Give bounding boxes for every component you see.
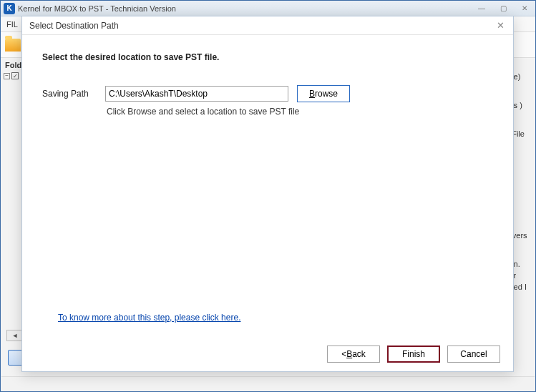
back-mnemonic: B bbox=[346, 349, 352, 359]
saving-path-input[interactable] bbox=[105, 86, 288, 102]
parent-titlebar: K Kernel for MBOX to PST - Technician Ve… bbox=[1, 1, 535, 16]
parent-close-button[interactable]: ✕ bbox=[515, 2, 535, 15]
back-prefix: < bbox=[341, 349, 346, 359]
dialog-instruction: Select the desired location to save PST … bbox=[42, 52, 493, 62]
browse-button[interactable]: Browse bbox=[297, 85, 350, 102]
parent-title: Kernel for MBOX to PST - Technician Vers… bbox=[18, 4, 471, 13]
saving-path-hint: Click Browse and select a location to sa… bbox=[107, 107, 493, 117]
cancel-button[interactable]: Cancel bbox=[447, 346, 500, 363]
back-button[interactable]: < Back bbox=[327, 346, 380, 363]
open-folder-icon[interactable] bbox=[5, 39, 21, 52]
dialog-footer: < Back Finish Cancel bbox=[22, 337, 513, 371]
dialog-title: Select Destination Path bbox=[29, 21, 492, 31]
tree-collapse-icon[interactable]: − bbox=[4, 73, 10, 79]
dialog-close-button[interactable]: ✕ bbox=[492, 19, 509, 32]
dialog-body: Select the desired location to save PST … bbox=[22, 35, 513, 337]
finish-button[interactable]: Finish bbox=[387, 346, 440, 363]
back-text: ack bbox=[352, 349, 366, 359]
menu-file[interactable]: FIL bbox=[6, 20, 18, 29]
browse-mnemonic: B bbox=[309, 89, 315, 99]
saving-path-label: Saving Path bbox=[42, 89, 97, 99]
saving-path-row: Saving Path Browse bbox=[42, 85, 493, 102]
minimize-button[interactable]: — bbox=[472, 2, 492, 15]
destination-path-dialog: Select Destination Path ✕ Select the des… bbox=[21, 16, 514, 372]
dialog-titlebar: Select Destination Path ✕ bbox=[22, 16, 513, 35]
tree-checkbox[interactable]: ✓ bbox=[11, 72, 19, 79]
maximize-button[interactable]: ▢ bbox=[493, 2, 513, 15]
status-bar bbox=[1, 376, 535, 391]
app-icon: K bbox=[4, 3, 15, 14]
help-link[interactable]: To know more about this step, please cli… bbox=[58, 313, 240, 323]
browse-text: rowse bbox=[315, 89, 338, 99]
